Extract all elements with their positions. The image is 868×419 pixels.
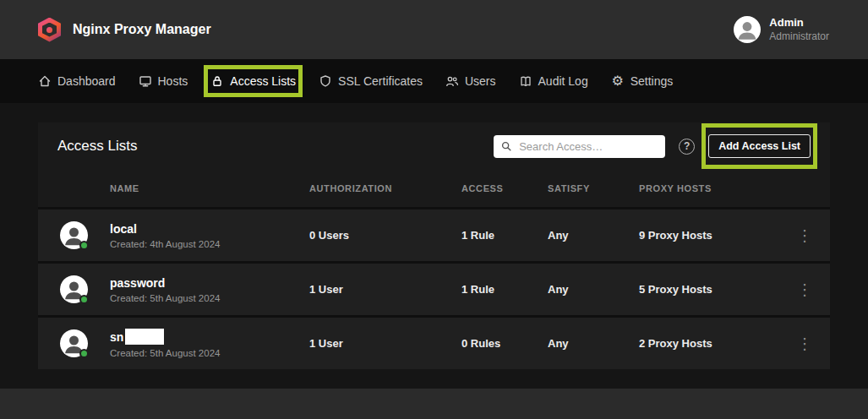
avatar <box>60 329 88 357</box>
nav-label: Settings <box>631 74 674 88</box>
nav-label: Hosts <box>158 74 188 88</box>
monitor-icon <box>139 74 152 88</box>
top-header: Nginx Proxy Manager Admin Administrator <box>0 0 868 59</box>
nav-label: SSL Certificates <box>338 74 423 88</box>
user-menu[interactable]: Admin Administrator <box>734 16 829 43</box>
lock-icon <box>210 74 224 88</box>
search-icon <box>500 140 512 152</box>
book-icon <box>519 74 532 88</box>
redaction-box <box>125 329 164 345</box>
row-authorization: 1 User <box>309 283 461 296</box>
main-nav: Dashboard Hosts Access Lists SSL Certifi… <box>0 59 868 103</box>
col-header-name: NAME <box>110 183 309 193</box>
access-lists-card: Access Lists ? Add Access List NAME AUTH… <box>38 122 830 369</box>
nav-label: Access Lists <box>230 74 296 88</box>
row-created: Created: 4th August 2024 <box>110 239 309 249</box>
help-icon[interactable]: ? <box>679 139 695 155</box>
row-authorization: 0 Users <box>309 229 461 242</box>
row-authorization: 1 User <box>309 337 461 350</box>
shield-icon <box>319 74 332 88</box>
nav-audit-log[interactable]: Audit Log <box>519 74 588 88</box>
user-avatar <box>734 16 761 43</box>
row-satisfy: Any <box>548 283 639 296</box>
status-dot <box>79 349 89 358</box>
row-created: Created: 5th August 2024 <box>110 348 309 358</box>
user-role: Administrator <box>769 30 829 43</box>
nav-hosts[interactable]: Hosts <box>139 74 188 88</box>
row-satisfy: Any <box>548 229 639 242</box>
nav-access-lists[interactable]: Access Lists <box>210 74 296 88</box>
gear-icon: ⚙ <box>611 74 625 88</box>
nav-ssl-certificates[interactable]: SSL Certificates <box>319 74 423 88</box>
nav-settings[interactable]: ⚙ Settings <box>611 74 674 88</box>
nav-label: Audit Log <box>538 74 588 88</box>
kebab-menu-icon[interactable]: ⋮ <box>792 226 817 245</box>
user-name: Admin <box>769 16 829 30</box>
kebab-menu-icon[interactable]: ⋮ <box>792 335 817 353</box>
nav-users[interactable]: Users <box>445 74 496 88</box>
table-row[interactable]: sn Created: 5th August 2024 1 User 0 Rul… <box>38 315 830 369</box>
page-title: Access Lists <box>57 138 137 155</box>
main-content: Access Lists ? Add Access List NAME AUTH… <box>0 103 868 389</box>
col-header-proxy-hosts: PROXY HOSTS <box>639 183 779 193</box>
row-access: 0 Rules <box>461 337 548 350</box>
row-access: 1 Rule <box>461 283 548 296</box>
col-header-access: ACCESS <box>461 183 548 193</box>
row-created: Created: 5th August 2024 <box>110 293 309 303</box>
person-icon <box>734 16 761 43</box>
row-proxy-hosts: 2 Proxy Hosts <box>639 337 779 350</box>
col-header-satisfy: SATISFY <box>548 183 639 193</box>
app-logo-icon <box>38 18 61 42</box>
search-box <box>494 135 665 158</box>
status-dot <box>79 241 89 250</box>
row-proxy-hosts: 5 Proxy Hosts <box>639 283 779 296</box>
card-toolbar: Access Lists ? Add Access List <box>38 122 830 170</box>
row-name: password <box>110 276 309 290</box>
avatar <box>60 275 88 303</box>
avatar <box>60 221 88 249</box>
search-input[interactable] <box>517 139 658 154</box>
row-name: local <box>110 222 309 236</box>
users-icon <box>445 74 459 88</box>
status-dot <box>79 295 89 304</box>
row-satisfy: Any <box>548 337 639 350</box>
row-proxy-hosts: 9 Proxy Hosts <box>639 229 779 242</box>
add-access-list-highlight: Add Access List <box>708 134 811 158</box>
logo-center-dot <box>46 27 52 33</box>
nav-dashboard[interactable]: Dashboard <box>38 74 116 88</box>
home-icon <box>38 74 52 88</box>
table-row[interactable]: password Created: 5th August 2024 1 User… <box>38 261 830 315</box>
app-window: Nginx Proxy Manager Admin Administrator … <box>0 0 868 419</box>
add-access-list-button[interactable]: Add Access List <box>708 134 811 158</box>
app-title: Nginx Proxy Manager <box>73 22 211 37</box>
nav-label: Users <box>465 74 496 88</box>
nav-label: Dashboard <box>57 74 116 88</box>
row-name: sn <box>110 330 123 344</box>
col-header-authorization: AUTHORIZATION <box>309 183 461 193</box>
row-access: 1 Rule <box>461 229 548 242</box>
table-row[interactable]: local Created: 4th August 2024 0 Users 1… <box>38 207 830 261</box>
kebab-menu-icon[interactable]: ⋮ <box>792 280 817 299</box>
table-header-row: NAME AUTHORIZATION ACCESS SATISFY PROXY … <box>38 170 830 207</box>
